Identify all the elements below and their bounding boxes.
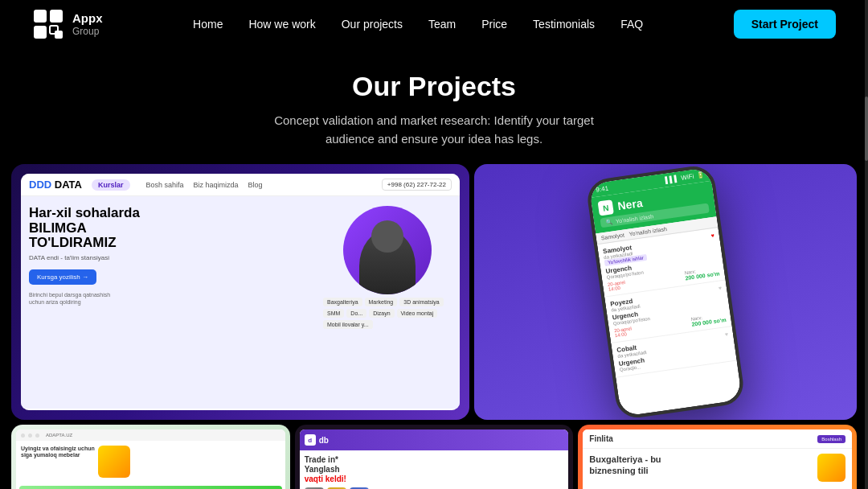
ddd-phone: +998 (62) 227-72-22 bbox=[382, 179, 452, 191]
project-card-adapta[interactable]: ADAPTA.UZ Uyingiz va ofaisingiz uchun si… bbox=[11, 425, 290, 489]
nav-faq[interactable]: FAQ bbox=[620, 18, 643, 31]
tag-3: 3D animatsiya bbox=[399, 298, 443, 306]
nav-price[interactable]: Price bbox=[481, 18, 507, 31]
logo-text: Appx Group bbox=[72, 11, 103, 37]
project-card-trade[interactable]: d db Trade in* Yanglash vaqti keldi! bbox=[295, 425, 574, 489]
heart-icon-1: ♥ bbox=[710, 232, 714, 240]
trade-logo-letter: d bbox=[308, 437, 312, 444]
navbar: Appx Group Home How we work Our projects… bbox=[0, 0, 868, 48]
adapta-promo: 10% bbox=[19, 486, 282, 489]
scrollbar[interactable] bbox=[865, 0, 868, 489]
ddd-link-2: Biz haqimizda bbox=[194, 181, 239, 189]
nera-search-placeholder: Yo'nalish izlash bbox=[616, 213, 654, 224]
adapta-brand: ADAPTA.UZ bbox=[46, 433, 72, 438]
wifi-icon: WiFi bbox=[681, 173, 694, 182]
nav-testimonials[interactable]: Testimonials bbox=[533, 18, 595, 31]
logo-appx: Appx bbox=[72, 11, 103, 26]
ddd-desc: Birinchi bepul darsga qatnashishuchun ar… bbox=[29, 291, 317, 306]
adapta-product-image bbox=[98, 446, 130, 478]
person-head bbox=[371, 220, 403, 253]
ddd-link-3: Blog bbox=[248, 181, 263, 189]
battery-icon: 🔋 bbox=[696, 171, 705, 179]
ddd-nav-links: Bosh sahifa Biz haqimizda Blog bbox=[146, 181, 263, 189]
finlita-btn[interactable]: Boshlash bbox=[817, 435, 845, 443]
trade-content: Trade in* Yanglash vaqti keldi! bbox=[300, 450, 569, 489]
finlita-logo: Finlita bbox=[589, 434, 612, 443]
adapta-text1: Uyingiz va ofaisingiz uchun bbox=[21, 446, 95, 452]
trade-header: d db bbox=[300, 429, 569, 450]
trade-line2: Yanglash bbox=[305, 465, 564, 475]
ddd-pill: Kurslar bbox=[92, 179, 130, 191]
scrollbar-thumb[interactable] bbox=[865, 97, 868, 161]
trade-logo: db bbox=[319, 436, 329, 445]
phone-screen: 9:41 ▌▌▌ WiFi 🔋 N Nera bbox=[588, 167, 742, 417]
signal-icon: ▌▌▌ bbox=[665, 175, 679, 183]
nera-logo-letter: N bbox=[602, 203, 609, 212]
page-header: Our Projects Concept validation and mark… bbox=[0, 48, 868, 164]
adapta-nav: ADAPTA.UZ bbox=[16, 429, 285, 441]
ddd-link-1: Bosh sahifa bbox=[146, 181, 184, 189]
project-card-nera[interactable]: 9:41 ▌▌▌ WiFi 🔋 N Nera bbox=[474, 164, 857, 420]
svg-rect-0 bbox=[34, 10, 47, 23]
nav-team[interactable]: Team bbox=[428, 18, 456, 31]
trade-logo-box: d bbox=[305, 434, 316, 446]
ddd-headline: Har-xil sohalarda BILIMGA TO'LDIRAMIZ bbox=[29, 206, 317, 251]
adapta-content: Uyingiz va ofaisingiz uchun siga yumaloq… bbox=[16, 441, 285, 483]
trade-line1: Trade in* bbox=[305, 455, 564, 465]
trade-text: Trade in* Yanglash vaqti keldi! bbox=[305, 455, 564, 484]
project-card-ddd[interactable]: DDD DATA Kurslar Bosh sahifa Biz haqimiz… bbox=[11, 164, 469, 420]
phone-time: 9:41 bbox=[596, 185, 609, 194]
adapta-dot-1 bbox=[21, 434, 25, 438]
ddd-left: Har-xil sohalarda BILIMGA TO'LDIRAMIZ DA… bbox=[29, 206, 317, 399]
page-title: Our Projects bbox=[0, 71, 868, 102]
tag-8: Mobil ilovalar y... bbox=[323, 320, 373, 329]
tag-2: Marketing bbox=[365, 298, 398, 306]
finlita-line1: Buxgalteriya - bu bbox=[589, 454, 845, 465]
projects-grid: DDD DATA Kurslar Bosh sahifa Biz haqimiz… bbox=[0, 164, 868, 489]
tag-5: Do... bbox=[346, 309, 366, 318]
logo-icon bbox=[32, 8, 64, 40]
finlita-content: Buxgalteriya - bu biznesning tili bbox=[583, 449, 852, 482]
trade-inner: d db Trade in* Yanglash vaqti keldi! bbox=[300, 429, 569, 489]
ddd-sub: DATA endi - ta'lim stansiyasi bbox=[29, 254, 317, 261]
svg-rect-1 bbox=[50, 10, 63, 23]
nav-home[interactable]: Home bbox=[193, 18, 223, 31]
tag-1: Baxgalteriya bbox=[323, 298, 362, 306]
nera-logo: Nera bbox=[616, 196, 643, 212]
nav-how[interactable]: How we work bbox=[248, 18, 315, 31]
ddd-line3: TO'LDIRAMIZ bbox=[29, 236, 317, 251]
finlita-image bbox=[817, 454, 845, 482]
ddd-right: Baxgalteriya Marketing 3D animatsiya SMM… bbox=[323, 206, 452, 399]
ddd-cta[interactable]: Kursga yozilish → bbox=[29, 269, 96, 285]
search-icon: 🔍 bbox=[605, 218, 613, 225]
page-subtitle: Concept validation and market research: … bbox=[265, 112, 603, 148]
ddd-logo: DDD DATA bbox=[29, 179, 82, 191]
trade-line3: vaqti keldi! bbox=[305, 475, 564, 484]
tag-4: SMM bbox=[323, 309, 344, 318]
start-project-button[interactable]: Start Project bbox=[734, 10, 836, 39]
bottom-row: ADAPTA.UZ Uyingiz va ofaisingiz uchun si… bbox=[11, 425, 857, 489]
finlita-top: Finlita Boshlash bbox=[583, 429, 852, 449]
tag-6: Dizayn bbox=[369, 309, 394, 318]
logo-group: Group bbox=[72, 26, 103, 37]
ddd-line1: Har-xil sohalarda bbox=[29, 206, 317, 221]
nav-projects[interactable]: Our projects bbox=[342, 18, 403, 31]
heart-icon-3: ♥ bbox=[724, 331, 728, 339]
tab-samolyot[interactable]: Samolyot bbox=[600, 232, 624, 240]
finlita-inner: Finlita Boshlash Buxgalteriya - bu bizne… bbox=[583, 429, 852, 489]
ddd-nav: DDD DATA Kurslar Bosh sahifa Biz haqimiz… bbox=[21, 174, 460, 196]
nera-logo-box: N bbox=[598, 199, 614, 216]
adapta-dot-2 bbox=[28, 434, 32, 438]
finlita-line2: biznesning tili bbox=[589, 465, 845, 476]
ddd-line2: BILIMGA bbox=[29, 221, 317, 236]
heart-icon-2: ♥ bbox=[718, 285, 722, 292]
phone-mockup: 9:41 ▌▌▌ WiFi 🔋 N Nera bbox=[585, 164, 746, 420]
adapta-text2: siga yumaloq mebelar bbox=[21, 452, 95, 458]
ddd-person-image bbox=[343, 206, 432, 294]
logo[interactable]: Appx Group bbox=[32, 8, 103, 40]
project-card-finlita[interactable]: Finlita Boshlash Buxgalteriya - bu bizne… bbox=[578, 425, 857, 489]
ddd-content: Har-xil sohalarda BILIMGA TO'LDIRAMIZ DA… bbox=[21, 196, 460, 409]
nav-links: Home How we work Our projects Team Price… bbox=[193, 18, 643, 31]
nera-list: Samolyot ♥ da yetkaziladi Yo'lovchilik i… bbox=[597, 228, 737, 378]
svg-rect-2 bbox=[34, 26, 47, 39]
